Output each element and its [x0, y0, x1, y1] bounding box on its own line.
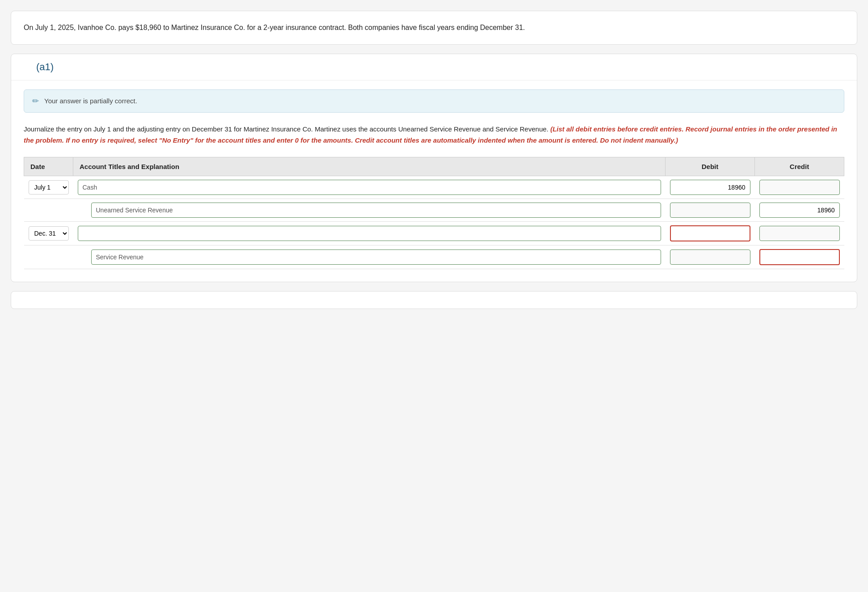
account-cell-1 — [73, 176, 666, 199]
date-select-1[interactable]: July 1 Dec. 31 — [29, 180, 69, 195]
instructions-normal: Journalize the entry on July 1 and the a… — [24, 125, 548, 133]
table-row: July 1 Dec. 31 — [24, 176, 844, 199]
problem-text: On July 1, 2025, Ivanhoe Co. pays $18,96… — [24, 22, 844, 34]
account-input-4[interactable] — [91, 249, 661, 265]
pencil-icon: ✏ — [32, 96, 39, 106]
table-header-row: Date Account Titles and Explanation Debi… — [24, 157, 844, 176]
debit-input-3[interactable] — [670, 225, 750, 241]
credit-input-4[interactable] — [759, 249, 840, 265]
section-body: ✏ Your answer is partially correct. Jour… — [11, 80, 857, 282]
alert-banner: ✏ Your answer is partially correct. — [24, 89, 844, 113]
header-credit: Credit — [755, 157, 844, 176]
section-header: (a1) — [11, 54, 857, 80]
debit-cell-2 — [666, 199, 755, 221]
header-account: Account Titles and Explanation — [73, 157, 666, 176]
debit-cell-3 — [666, 221, 755, 245]
credit-input-2[interactable] — [759, 203, 840, 218]
header-date: Date — [24, 157, 73, 176]
account-input-3[interactable] — [78, 226, 661, 241]
account-input-1[interactable] — [78, 180, 661, 195]
date-cell-3: July 1 Dec. 31 — [24, 221, 73, 245]
table-row — [24, 245, 844, 269]
alert-message: Your answer is partially correct. — [44, 97, 137, 105]
credit-cell-1 — [755, 176, 844, 199]
header-debit: Debit — [666, 157, 755, 176]
account-input-2[interactable] — [91, 203, 661, 218]
debit-input-4[interactable] — [670, 249, 750, 265]
section-card: (a1) ✏ Your answer is partially correct.… — [11, 54, 857, 282]
journal-table: Date Account Titles and Explanation Debi… — [24, 157, 844, 269]
credit-cell-3 — [755, 221, 844, 245]
date-cell-2 — [24, 199, 73, 221]
account-cell-2 — [73, 199, 666, 221]
table-row: July 1 Dec. 31 — [24, 221, 844, 245]
account-cell-3 — [73, 221, 666, 245]
credit-input-3[interactable] — [759, 226, 840, 241]
section-label: (a1) — [24, 53, 66, 80]
credit-cell-4 — [755, 245, 844, 269]
debit-input-2[interactable] — [670, 203, 750, 218]
problem-card: On July 1, 2025, Ivanhoe Co. pays $18,96… — [11, 11, 857, 45]
debit-input-1[interactable] — [670, 180, 750, 195]
date-cell-1: July 1 Dec. 31 — [24, 176, 73, 199]
instructions: Journalize the entry on July 1 and the a… — [24, 123, 844, 146]
debit-cell-1 — [666, 176, 755, 199]
credit-input-1[interactable] — [759, 180, 840, 195]
table-row — [24, 199, 844, 221]
credit-cell-2 — [755, 199, 844, 221]
bottom-card-partial — [11, 291, 857, 309]
account-cell-4 — [73, 245, 666, 269]
date-select-3[interactable]: July 1 Dec. 31 — [29, 226, 69, 241]
date-cell-4 — [24, 245, 73, 269]
debit-cell-4 — [666, 245, 755, 269]
